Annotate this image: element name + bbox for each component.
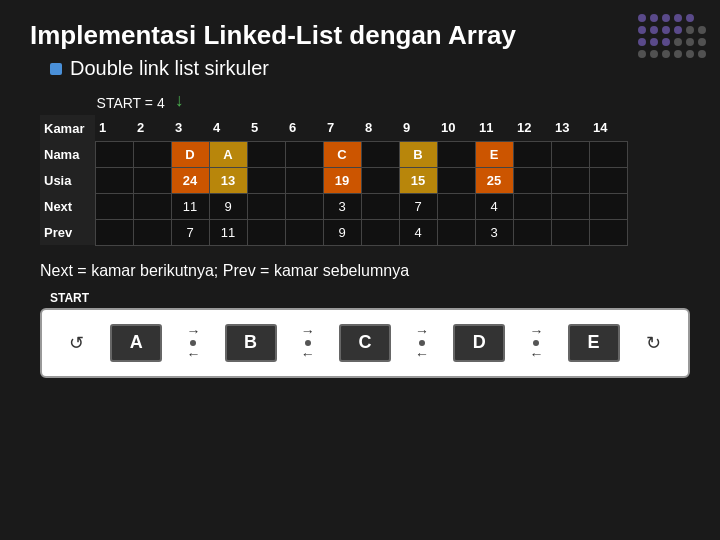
cell-3-11: [513, 219, 551, 245]
cell-0-6: C: [323, 141, 361, 167]
cell-1-8: 15: [399, 167, 437, 193]
col-header-9: 9: [399, 115, 437, 141]
cell-0-9: [437, 141, 475, 167]
cell-2-5: [285, 193, 323, 219]
col-header-13: 13: [551, 115, 589, 141]
svg-point-0: [638, 14, 646, 22]
row-label-2: Next: [40, 193, 95, 219]
cell-3-5: [285, 219, 323, 245]
col-header-1: 1: [95, 115, 133, 141]
svg-point-17: [638, 50, 646, 58]
svg-point-4: [686, 14, 694, 22]
cell-2-12: [551, 193, 589, 219]
cell-2-9: [437, 193, 475, 219]
page-title: Implementasi Linked-List dengan Array: [30, 20, 690, 51]
col-header-6: 6: [285, 115, 323, 141]
start-value: START = 4: [97, 95, 165, 111]
svg-point-6: [650, 26, 658, 34]
col-header-2: 2: [133, 115, 171, 141]
cell-3-1: [133, 219, 171, 245]
arrow-left-icon: ←: [186, 347, 200, 362]
bullet-icon: [50, 63, 62, 75]
cell-2-7: [361, 193, 399, 219]
arrow-left-icon: ←: [529, 347, 543, 362]
connector-dot: [533, 340, 539, 346]
svg-point-13: [698, 26, 706, 34]
row-label-0: Nama: [40, 141, 95, 167]
node-D: D: [453, 324, 505, 362]
cell-1-4: [247, 167, 285, 193]
cell-3-7: [361, 219, 399, 245]
cell-0-2: D: [171, 141, 209, 167]
row-label-3: Prev: [40, 219, 95, 245]
connector-dot: [419, 340, 425, 346]
cell-2-0: [95, 193, 133, 219]
linked-list-visual: ↺A→←B→←C→←D→←E↻: [40, 308, 690, 379]
cell-2-11: [513, 193, 551, 219]
slide: Implementasi Linked-List dengan Array Do…: [0, 0, 720, 540]
decoration-dots: [632, 8, 712, 68]
cell-1-10: 25: [475, 167, 513, 193]
cell-3-12: [551, 219, 589, 245]
cell-1-3: 13: [209, 167, 247, 193]
arrow-right-icon: →: [186, 324, 200, 339]
col-header-14: 14: [589, 115, 627, 141]
subtitle-text: Double link list sirkuler: [70, 57, 269, 80]
cell-1-12: [551, 167, 589, 193]
connector-dot: [190, 340, 196, 346]
node-connector-1: →←: [301, 324, 315, 363]
node-connector-2: →←: [415, 324, 429, 363]
cell-0-12: [551, 141, 589, 167]
svg-point-22: [698, 50, 706, 58]
data-table-container: Kamar1234567891011121314NamaDACBEUsia241…: [40, 115, 690, 246]
svg-point-8: [674, 26, 682, 34]
right-return-arrow-icon: ↻: [646, 332, 661, 354]
arrow-right-icon: →: [415, 324, 429, 339]
node-connector-0: →←: [186, 324, 200, 363]
cell-0-5: [285, 141, 323, 167]
connector-dot: [305, 340, 311, 346]
legend-text: Next = kamar berikutnya; Prev = kamar se…: [40, 262, 690, 280]
start-label: START = 4 ↓: [40, 90, 690, 111]
cell-0-8: B: [399, 141, 437, 167]
node-connector-3: →←: [529, 324, 543, 363]
col-header-10: 10: [437, 115, 475, 141]
cell-0-7: [361, 141, 399, 167]
cell-3-4: [247, 219, 285, 245]
cell-2-6: 3: [323, 193, 361, 219]
svg-point-21: [686, 50, 694, 58]
linked-list-row: ↺A→←B→←C→←D→←E↻: [58, 324, 672, 363]
ll-start-label: START: [50, 291, 89, 305]
cell-1-0: [95, 167, 133, 193]
cell-1-9: [437, 167, 475, 193]
cell-3-2: 7: [171, 219, 209, 245]
cell-0-0: [95, 141, 133, 167]
col-header-11: 11: [475, 115, 513, 141]
svg-point-10: [650, 38, 658, 46]
col-header-4: 4: [209, 115, 247, 141]
cell-2-1: [133, 193, 171, 219]
svg-point-14: [674, 38, 682, 46]
cell-2-3: 9: [209, 193, 247, 219]
cell-1-1: [133, 167, 171, 193]
cell-3-3: 11: [209, 219, 247, 245]
col-header-7: 7: [323, 115, 361, 141]
cell-3-9: [437, 219, 475, 245]
node-A: A: [110, 324, 162, 362]
cell-0-3: A: [209, 141, 247, 167]
svg-point-16: [698, 38, 706, 46]
node-C: C: [339, 324, 391, 362]
cell-3-8: 4: [399, 219, 437, 245]
svg-point-19: [662, 50, 670, 58]
svg-point-2: [662, 14, 670, 22]
svg-point-9: [638, 38, 646, 46]
cell-1-2: 24: [171, 167, 209, 193]
cell-1-11: [513, 167, 551, 193]
cell-0-10: E: [475, 141, 513, 167]
cell-1-6: 19: [323, 167, 361, 193]
svg-point-15: [686, 38, 694, 46]
cell-0-4: [247, 141, 285, 167]
cell-0-13: [589, 141, 627, 167]
svg-point-18: [650, 50, 658, 58]
arrow-left-icon: ←: [301, 347, 315, 362]
